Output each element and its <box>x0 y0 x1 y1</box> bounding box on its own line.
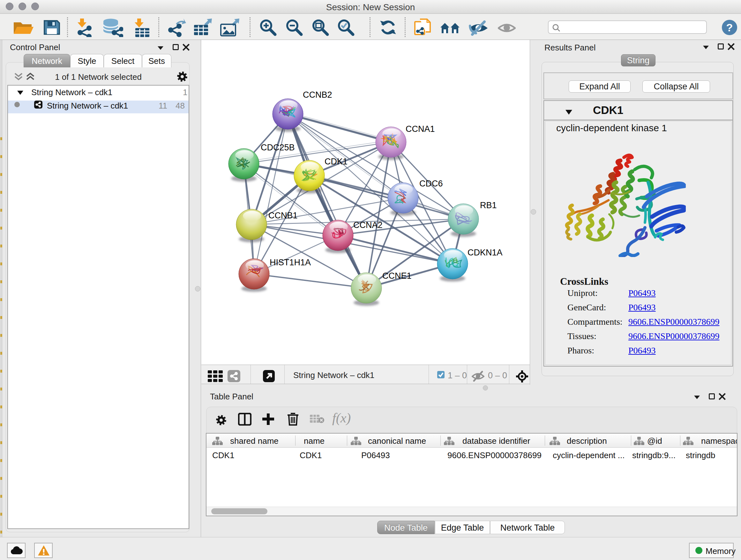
svg-text:?: ? <box>726 21 733 34</box>
svg-text:CDC25B: CDC25B <box>261 143 295 152</box>
svg-text:RB1: RB1 <box>480 200 497 210</box>
svg-text:CDK1: CDK1 <box>325 157 347 166</box>
svg-text:CCNA2: CCNA2 <box>353 220 383 230</box>
svg-text:CDKN1A: CDKN1A <box>468 248 502 257</box>
svg-text:HIST1H1A: HIST1H1A <box>270 258 311 267</box>
svg-text:CCNB1: CCNB1 <box>268 211 298 220</box>
svg-text:CCNB2: CCNB2 <box>303 90 332 100</box>
svg-text:CCNA1: CCNA1 <box>406 124 435 134</box>
svg-text:CCNE1: CCNE1 <box>382 271 412 281</box>
svg-text:CDC6: CDC6 <box>419 179 443 188</box>
